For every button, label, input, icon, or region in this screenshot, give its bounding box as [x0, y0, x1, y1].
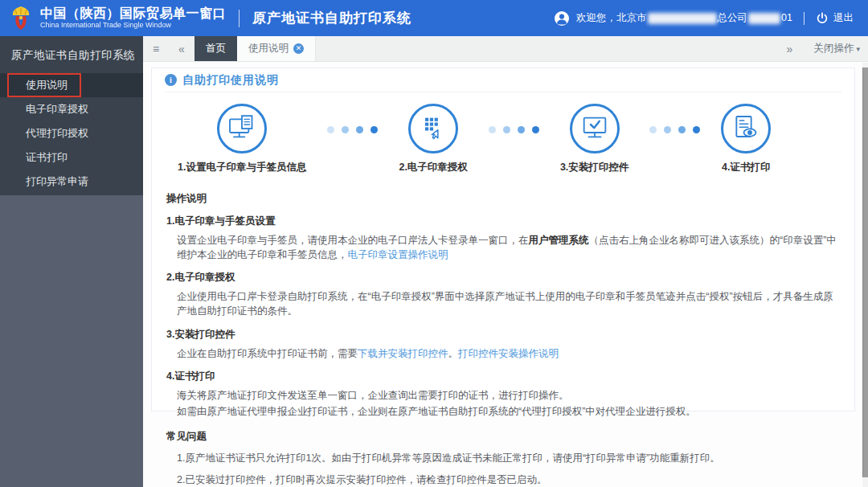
monitor-document-icon: [217, 104, 267, 153]
tab-close-icon[interactable]: ✕: [293, 43, 304, 54]
sidebar-menu: 使用说明 电子印章授权 代理打印授权 证书打印 打印异常申请: [0, 73, 143, 195]
tab-usage-instructions[interactable]: 使用说明 ✕: [237, 36, 316, 61]
sidebar-filler: [0, 195, 143, 487]
sidebar-collapse-icon[interactable]: ‹: [132, 49, 136, 63]
sidebar-top: 原产地证书自助打印系统 ‹ 使用说明 电子印章授权 代理打印授权 证: [0, 36, 143, 195]
welcome-text: 欢迎您，北京市总公司01: [576, 11, 792, 25]
brand-text: 中国（陕西）国际贸易单一窗口 China International Trade…: [40, 6, 226, 30]
vertical-scrollbar: [862, 63, 868, 487]
sidebar-item-agent-print-authorization[interactable]: 代理打印授权: [0, 121, 143, 145]
step-label: 1.设置电子印章与手签员信息: [178, 161, 306, 174]
scrollbar-thumb[interactable]: [862, 68, 868, 477]
sidebar-item-eseal-authorization[interactable]: 电子印章授权: [0, 97, 143, 121]
sidebar-title-text: 原产地证书自助打印系统: [11, 49, 135, 61]
main-area: ≡ « 首页 使用说明 ✕ » 关闭操作▾ i: [143, 36, 868, 487]
dots-separator: [649, 126, 700, 133]
sidebar-item-label: 电子印章授权: [26, 103, 88, 115]
section-1-bold-text: 用户管理系统: [529, 235, 589, 246]
section-4-title: 4.证书打印: [166, 370, 840, 383]
ops-heading: 操作说明: [166, 192, 840, 206]
section-1-body: 设置企业电子印章与手签员，请使用本企业的电子口岸法人卡登录单一窗口，在用户管理系…: [166, 233, 840, 262]
steps-row: 1.设置电子印章与手签员信息: [165, 92, 841, 178]
redacted-company-name: [648, 13, 717, 24]
section-1-title: 1.电子印章与手签员设置: [166, 215, 840, 228]
tab-bar: ≡ « 首页 使用说明 ✕ » 关闭操作▾: [143, 36, 868, 62]
faq-heading: 常见问题: [166, 430, 840, 444]
sidebar: 原产地证书自助打印系统 ‹ 使用说明 电子印章授权 代理打印授权 证: [0, 36, 143, 487]
section-4-line2: 如需由原产地证代理申报企业打印证书，企业则在原产地证书自助打印系统的“代理打印授…: [166, 404, 840, 419]
close-operations-dropdown[interactable]: 关闭操作▾: [813, 42, 860, 55]
step-4-certificate-print: 4.证书打印: [721, 104, 771, 174]
sidebar-item-label: 证书打印: [26, 151, 68, 163]
menu-toggle-icon[interactable]: ≡: [143, 36, 169, 61]
tab-label: 首页: [206, 42, 226, 55]
tabbar-spacer: [316, 36, 776, 61]
tabbar-right-controls: » 关闭操作▾: [776, 36, 868, 61]
content-area: i 自助打印使用说明: [143, 62, 868, 487]
sidebar-item-usage-instructions[interactable]: 使用说明: [0, 73, 143, 97]
chevron-down-icon: ▾: [856, 45, 860, 53]
brand-title: 中国（陕西）国际贸易单一窗口: [40, 6, 226, 21]
user-city: 北京市: [616, 12, 647, 23]
monitor-check-icon: [570, 104, 620, 153]
step-1-setup-eseal: 1.设置电子印章与手签员信息: [178, 104, 306, 174]
sidebar-item-label: 打印异常申请: [26, 175, 88, 187]
dots-separator: [327, 126, 378, 133]
section-3-body: 企业在自助打印系统中打印证书前，需要下载并安装打印控件。打印控件安装操作说明: [166, 346, 840, 361]
step-label: 4.证书打印: [722, 161, 770, 174]
document-eye-icon: [721, 104, 771, 153]
tab-home[interactable]: 首页: [194, 36, 237, 61]
section-2-title: 2.电子印章授权: [166, 271, 840, 284]
user-divider: [804, 12, 805, 25]
panel-header: i 自助打印使用说明: [165, 68, 841, 92]
step-2-eseal-authorization: 2.电子印章授权: [399, 104, 467, 174]
step-3-install-print-control: 3.安装打印控件: [560, 104, 628, 174]
sidebar-title: 原产地证书自助打印系统 ‹: [0, 36, 143, 73]
download-print-control-link[interactable]: 下载并安装打印控件: [358, 348, 448, 359]
tabs-scroll-right-icon[interactable]: »: [776, 43, 802, 55]
panel-title: 自助打印使用说明: [182, 73, 279, 88]
section-4-line1: 海关将原产地证打印文件发送至单一窗口，企业查询出需要打印的证书，进行打印操作。: [166, 388, 840, 403]
brand-area: 中国（陕西）国际贸易单一窗口 China International Trade…: [8, 5, 411, 32]
section-3-title: 3.安装打印控件: [166, 328, 840, 342]
tab-label: 使用说明: [248, 42, 289, 55]
user-account-number: 01: [781, 12, 792, 23]
section-3-text: 。: [448, 348, 459, 359]
redacted-account: [748, 13, 780, 24]
tabs-scroll-left-icon[interactable]: «: [169, 36, 194, 61]
step-label: 3.安装打印控件: [560, 161, 628, 174]
info-icon: i: [165, 74, 177, 86]
faq-item-2: 2.已安装过打印控件，打印时再次提示安装打印控件，请检查打印控件是否已启动。: [166, 473, 840, 487]
sidebar-item-certificate-print[interactable]: 证书打印: [0, 145, 143, 170]
section-1-text: 设置企业电子印章与手签员，请使用本企业的电子口岸法人卡登录单一窗口，在: [177, 235, 529, 246]
sidebar-item-label: 代理打印授权: [26, 127, 88, 139]
brand-subtitle: China International Trade Single Window: [40, 22, 226, 30]
user-avatar-icon: [554, 10, 570, 27]
app-window: 中国（陕西）国际贸易单一窗口 China International Trade…: [0, 0, 868, 487]
user-area: 欢迎您，北京市总公司01 退出: [554, 10, 854, 27]
close-operations-label: 关闭操作: [813, 43, 854, 54]
print-control-install-guide-link[interactable]: 打印控件安装操作说明: [458, 348, 559, 359]
section-2-body: 企业使用电子口岸卡登录自助打印系统，在“电子印章授权”界面中选择原产地证书上使用…: [166, 289, 840, 318]
instructions-panel: i 自助打印使用说明: [151, 68, 855, 411]
sidebar-item-print-exception-request[interactable]: 打印异常申请: [0, 170, 143, 194]
power-icon[interactable]: [816, 12, 829, 25]
top-header: 中国（陕西）国际贸易单一窗口 China International Trade…: [0, 0, 868, 36]
operation-instructions: 操作说明 1.电子印章与手签员设置 设置企业电子印章与手签员，请使用本企业的电子…: [165, 178, 841, 487]
user-company-suffix: 总公司: [718, 12, 748, 23]
section-3-text: 企业在自助打印系统中打印证书前，需要: [177, 348, 358, 359]
step-label: 2.电子印章授权: [399, 161, 467, 174]
eseal-setup-guide-link[interactable]: 电子印章设置操作说明: [348, 249, 448, 260]
page-title: 原产地证书自助打印系统: [252, 9, 411, 27]
logout-button[interactable]: 退出: [833, 11, 854, 25]
header-divider: [239, 10, 240, 27]
single-window-logo-icon: [8, 5, 34, 32]
faq-item-1: 1.原产地证书证书只允许打印1次。如由于打印机异常等原因造成证书未能正常打印，请…: [166, 452, 840, 466]
dots-separator: [489, 126, 539, 133]
sidebar-item-label: 使用说明: [26, 79, 68, 91]
body-layout: 原产地证书自助打印系统 ‹ 使用说明 电子印章授权 代理打印授权 证: [0, 36, 868, 487]
welcome-prefix: 欢迎您，: [576, 12, 616, 23]
grid-hand-icon: [408, 104, 458, 153]
